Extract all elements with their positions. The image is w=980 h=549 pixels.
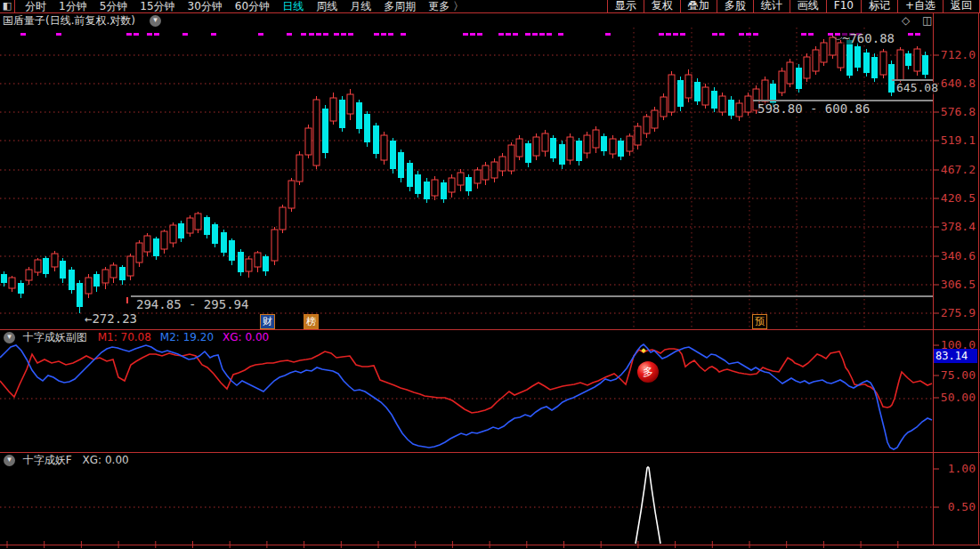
corner-icons[interactable]: ◇ ◫ xyxy=(902,13,936,28)
sub1-title-row: ▾ 十字成妖副图 M1: 70.08M2: 19.20XG: 0.00 xyxy=(0,331,278,343)
period-menu: 分时1分钟5分钟15分钟30分钟60分钟日线周线月线多周期更多 〉 xyxy=(19,0,470,12)
main-axis-label: 640.8 xyxy=(936,77,976,89)
sub2-chart-pane[interactable] xyxy=(0,466,933,545)
main-axis-label: 378.4 xyxy=(936,221,976,232)
main-axis-label: 306.5 xyxy=(936,279,976,290)
tool-button[interactable]: 统计 xyxy=(753,0,790,12)
main-chart-pane[interactable] xyxy=(0,28,933,328)
sub1-axis-label: 75.00 xyxy=(936,369,976,381)
sub2-axis-label: 1.00 xyxy=(936,463,976,474)
period-item[interactable]: 1分钟 xyxy=(53,0,93,12)
chevron-down-icon[interactable]: ▾ xyxy=(150,15,161,27)
sub1-chart-pane[interactable] xyxy=(0,343,933,451)
main-axis-label: 340.6 xyxy=(936,250,976,262)
period-item[interactable]: 5分钟 xyxy=(93,0,134,12)
tool-button[interactable]: +自选 xyxy=(897,0,943,12)
chevron-down-circle-icon[interactable]: ▾ xyxy=(4,455,15,466)
bottom-axis-line xyxy=(0,545,980,545)
top-menu-bar: ◧ 分时1分钟5分钟15分钟30分钟60分钟日线周线月线多周期更多 〉 显示复权… xyxy=(0,0,980,13)
tool-button[interactable]: 标记 xyxy=(861,0,897,12)
sub1-param: M1: 70.08 xyxy=(98,331,151,343)
tool-button[interactable]: 返回 xyxy=(943,0,979,12)
window-split-icon[interactable]: ◧ xyxy=(0,0,14,12)
period-item[interactable]: 月线 xyxy=(344,0,377,12)
right-border xyxy=(978,13,979,545)
period-item[interactable]: 周线 xyxy=(310,0,344,12)
period-item[interactable]: 更多 〉 xyxy=(422,0,470,12)
main-axis-label: 519.1 xyxy=(936,134,976,146)
main-axis-label: 576.8 xyxy=(936,106,976,117)
tool-button[interactable]: 多股 xyxy=(717,0,753,12)
toolbar: 显示复权叠加多股统计画线F10标记+自选返回 xyxy=(607,0,980,12)
chevron-down-circle-icon[interactable]: ▾ xyxy=(4,332,15,343)
main-axis-label: 275.9 xyxy=(936,307,976,319)
tool-button[interactable]: 画线 xyxy=(790,0,826,12)
period-item[interactable]: 15分钟 xyxy=(134,0,181,12)
symbol-title: 国盾量子(日线.前复权.对数) xyxy=(3,13,135,28)
tool-button[interactable]: 复权 xyxy=(644,0,680,12)
title-row: 国盾量子(日线.前复权.对数) ▾ ◇ ◫ xyxy=(0,13,980,28)
period-item[interactable]: 30分钟 xyxy=(182,0,229,12)
sub1-param: XG: 0.00 xyxy=(223,331,269,343)
period-item[interactable]: 60分钟 xyxy=(229,0,276,12)
period-item[interactable]: 日线 xyxy=(276,0,310,12)
divider-main-sub1 xyxy=(0,329,980,330)
sub2-axis-label: 0.50 xyxy=(936,501,976,513)
tool-button[interactable]: F10 xyxy=(826,0,861,12)
sub1-param: M2: 19.20 xyxy=(160,331,214,343)
sub2-title-row: ▾ 十字成妖F XG: 0.00 xyxy=(0,454,129,466)
sub1-value-badge: 83.14 xyxy=(934,349,977,363)
main-axis-label: 712.0 xyxy=(936,49,976,61)
divider-sub1-sub2 xyxy=(0,452,980,453)
period-item[interactable]: 多周期 xyxy=(377,0,422,12)
main-axis-label: 420.5 xyxy=(936,192,976,204)
main-axis-label: 467.2 xyxy=(936,164,976,175)
sub1-axis-label: 50.00 xyxy=(936,392,976,403)
sub1-indicator-name: 十字成妖副图 xyxy=(23,331,87,343)
tool-button[interactable]: 显示 xyxy=(607,0,644,12)
sub2-param: XG: 0.00 xyxy=(83,454,129,466)
menu-separator xyxy=(14,0,15,12)
period-item[interactable]: 分时 xyxy=(19,0,53,12)
tool-button[interactable]: 叠加 xyxy=(680,0,717,12)
sub2-indicator-name: 十字成妖F xyxy=(23,454,72,466)
